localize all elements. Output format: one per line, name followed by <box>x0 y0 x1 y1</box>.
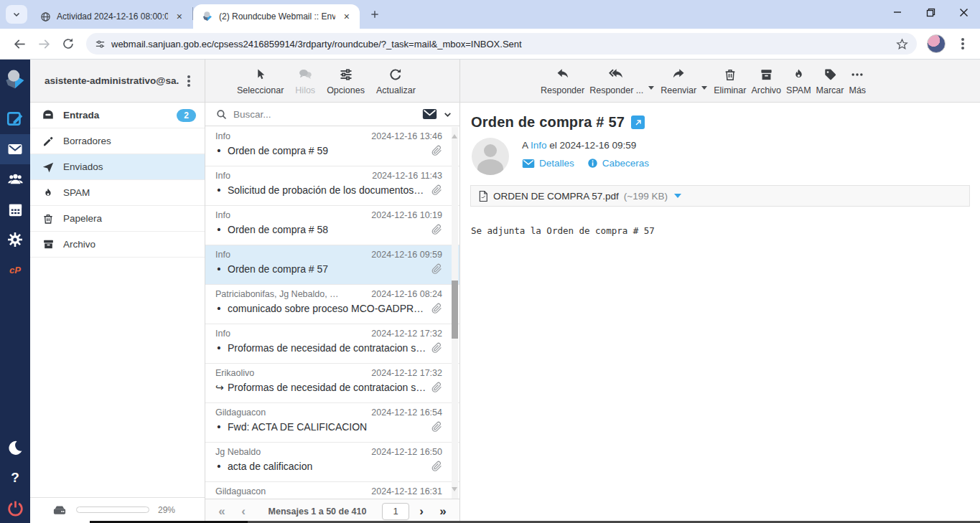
bookmark-star-icon[interactable] <box>896 38 908 50</box>
inbox-icon <box>42 109 55 122</box>
close-tab-icon[interactable]: × <box>174 10 185 23</box>
details-link[interactable]: Detalles <box>522 158 574 169</box>
message-row[interactable]: Patriciabonifas, Jg Nebaldo, … 2024-12-1… <box>205 285 459 324</box>
delete-button[interactable]: Eliminar <box>714 67 746 95</box>
tab-roundcube[interactable]: (2) Roundcube Webmail :: Envia × <box>193 4 360 29</box>
options-button[interactable]: Opciones <box>327 67 365 95</box>
scroll-up-arrow[interactable] <box>452 134 457 138</box>
tab-actividad[interactable]: Actividad 2024-12-16 08:00:00 × <box>32 4 192 29</box>
prev-page-button[interactable]: ‹ <box>234 504 253 519</box>
rail-settings-button[interactable] <box>0 225 30 255</box>
search-scope-mail-icon[interactable] <box>422 108 437 120</box>
open-in-new-window-icon[interactable] <box>631 116 645 129</box>
minimize-button[interactable] <box>881 0 914 24</box>
reply-all-dropdown-caret[interactable] <box>648 86 654 90</box>
attachment-paperclip-icon <box>431 224 442 235</box>
address-bar[interactable]: webmail.sanjuan.gob.ec/cpsess2416859914/… <box>86 33 917 55</box>
logout-button[interactable] <box>0 493 30 523</box>
message-subject-row: Orden de compra # 57 <box>460 103 980 131</box>
roundcube-logo <box>0 64 30 94</box>
window-controls <box>881 0 980 24</box>
compose-button[interactable] <box>0 104 30 134</box>
rail-calendar-button[interactable] <box>0 194 30 225</box>
search-input[interactable] <box>233 109 416 120</box>
chat-bubbles-icon <box>297 67 313 83</box>
message-sender: Patriciabonifas, Jg Nebaldo, … <box>215 289 367 299</box>
message-row[interactable]: Gildaguacon 2024-12-12 16:54 • Fwd: ACTA… <box>205 403 459 443</box>
contact-avatar <box>472 138 509 175</box>
close-window-button[interactable] <box>947 0 980 24</box>
attachment-bar[interactable]: ORDEN DE COMPRA 57.pdf (~199 KB) <box>470 185 970 207</box>
new-tab-button[interactable] <box>365 5 384 24</box>
message-row[interactable]: Info 2024-12-16 13:46 • Orden de compra … <box>205 127 459 166</box>
select-button[interactable]: Seleccionar <box>237 67 284 95</box>
help-button[interactable]: ? <box>0 463 30 493</box>
pagination-status: Mensajes 1 a 50 de 410 <box>256 506 379 517</box>
search-icon <box>215 108 228 121</box>
spam-button[interactable]: SPAM <box>786 67 811 95</box>
first-page-button[interactable]: « <box>213 504 231 519</box>
dark-mode-button[interactable] <box>0 433 30 463</box>
folder-trash[interactable]: Papelera <box>30 206 205 232</box>
quota-indicator: 29% <box>30 497 205 522</box>
send-icon <box>42 161 55 174</box>
folder-drafts[interactable]: Borradores <box>30 128 205 154</box>
reply-button[interactable]: Responder <box>541 67 584 95</box>
last-page-button[interactable]: » <box>434 504 452 519</box>
folder-sent[interactable]: Enviados <box>30 154 205 180</box>
site-settings-icon[interactable] <box>95 39 106 50</box>
scroll-down-arrow[interactable] <box>452 487 457 491</box>
refresh-button[interactable]: Actualizar <box>376 67 416 95</box>
message-row[interactable]: Jg Nebaldo 2024-12-12 16:50 • acta de ca… <box>205 443 459 482</box>
scrollbar-thumb[interactable] <box>452 281 458 339</box>
mark-button[interactable]: Marcar <box>816 67 844 95</box>
threads-button[interactable]: Hilos <box>295 67 315 95</box>
message-row[interactable]: Info 2024-12-16 09:59 • Orden de compra … <box>205 245 459 285</box>
tab-search-button[interactable] <box>6 5 27 24</box>
headers-link[interactable]: Cabeceras <box>587 158 649 169</box>
browser-profile-avatar[interactable] <box>927 34 946 53</box>
forward-button[interactable] <box>32 32 56 56</box>
message-date: 2024-12-12 16:54 <box>371 407 442 418</box>
message-subject: Proformas de necesidad de contratacion s… <box>228 342 426 354</box>
page-number-input[interactable] <box>382 503 409 520</box>
url-text[interactable]: webmail.sanjuan.gob.ec/cpsess2416859914/… <box>111 39 890 50</box>
message-row[interactable]: Info 2024-12-12 17:32 • Proformas de nec… <box>205 324 459 364</box>
browser-menu-icon[interactable] <box>961 42 964 45</box>
next-page-button[interactable]: › <box>412 504 431 519</box>
reload-button[interactable] <box>56 32 80 56</box>
attachment-paperclip-icon <box>431 382 442 393</box>
more-button[interactable]: Más <box>849 67 866 95</box>
archive-button[interactable]: Archivo <box>751 67 781 95</box>
restore-button[interactable] <box>914 0 947 24</box>
rail-contacts-button[interactable] <box>0 164 30 194</box>
message-sender: Info <box>215 329 367 339</box>
message-subject-title: Orden de compra # 57 <box>471 114 625 131</box>
message-row[interactable]: Info 2024-12-16 10:19 • Orden de compra … <box>205 206 459 245</box>
folder-archive[interactable]: Archivo <box>30 232 205 258</box>
search-bar <box>205 103 459 126</box>
recipient-link[interactable]: Info <box>531 140 547 151</box>
globe-icon <box>40 11 51 22</box>
rail-mail-button[interactable] <box>0 134 30 164</box>
to-label: A <box>522 140 528 151</box>
reply-all-button[interactable]: Responder ... <box>589 67 643 95</box>
message-row[interactable]: Erikaolivo 2024-12-12 17:32 ↪ Proformas … <box>205 364 459 403</box>
envelope-icon <box>522 159 535 169</box>
folder-spam[interactable]: SPAM <box>30 180 205 206</box>
message-row[interactable]: Gildaguacon 2024-12-12 16:31 <box>205 482 459 499</box>
account-menu-icon[interactable] <box>187 80 190 83</box>
forward-button[interactable]: Reenviar <box>661 67 696 95</box>
forward-dropdown-caret[interactable] <box>701 86 707 90</box>
attachment-paperclip-icon <box>431 303 442 314</box>
back-button[interactable] <box>7 32 32 56</box>
message-row[interactable]: Info 2024-12-16 11:43 • Solicitud de pro… <box>205 166 459 206</box>
attachment-name[interactable]: ORDEN DE COMPRA 57.pdf <box>493 191 619 202</box>
search-options-chevron-icon[interactable] <box>443 110 452 119</box>
folder-inbox[interactable]: Entrada 2 <box>30 103 205 128</box>
reply-all-icon <box>607 67 626 83</box>
close-tab-icon[interactable]: × <box>341 10 353 23</box>
cpanel-logo[interactable]: cP <box>0 255 30 285</box>
attachment-dropdown-caret[interactable] <box>674 194 681 198</box>
message-date: 2024-12-12 17:32 <box>371 368 442 378</box>
